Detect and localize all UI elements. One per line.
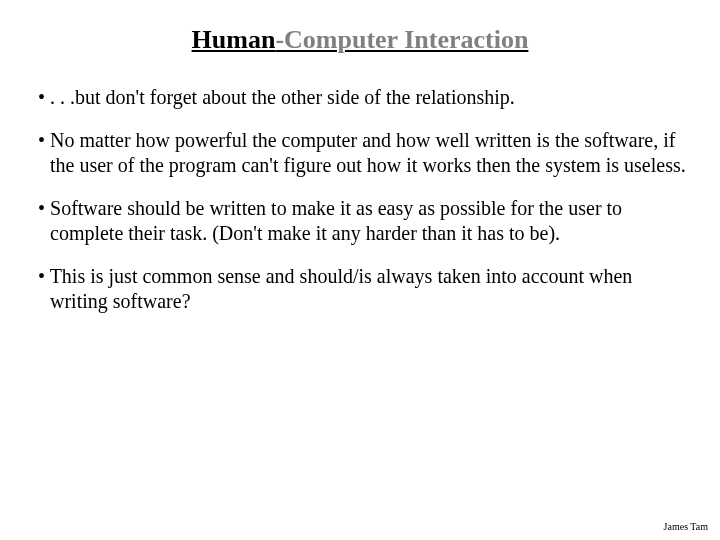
bullet-item: . . .but don't forget about the other si…	[38, 85, 690, 110]
footer-author: James Tam	[664, 521, 708, 532]
bullet-item: No matter how powerful the computer and …	[38, 128, 690, 178]
bullet-item: This is just common sense and should/is …	[38, 264, 690, 314]
title-part-human: Human	[192, 25, 276, 54]
title-part-rest: -Computer Interaction	[275, 25, 528, 54]
bullet-list: . . .but don't forget about the other si…	[30, 85, 690, 314]
bullet-item: Software should be written to make it as…	[38, 196, 690, 246]
slide-title: Human-Computer Interaction	[30, 25, 690, 55]
